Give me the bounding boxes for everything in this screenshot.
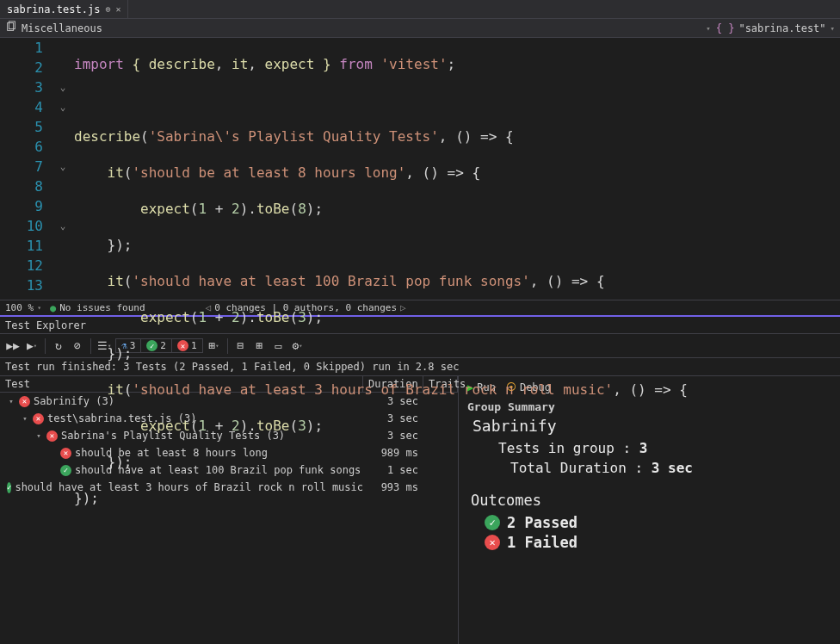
zoom-level[interactable]: 100 %▾ <box>5 302 41 313</box>
file-tab[interactable]: sabrina.test.js ⊕ ✕ <box>0 0 128 18</box>
code-lines[interactable]: import { describe, it, expect } from 'vi… <box>74 38 840 300</box>
run-button[interactable]: ▶▾ <box>24 338 40 354</box>
breadcrumb-bar: Miscellaneous ▾ { } "sabrina.test" ▾ <box>0 19 840 38</box>
run-all-button[interactable]: ▶▶ <box>5 338 21 354</box>
repeat-button[interactable]: ↻ <box>51 338 66 354</box>
copy-icon[interactable] <box>5 21 17 35</box>
braces-icon: { } <box>716 22 735 34</box>
pin-icon[interactable]: ⊕ <box>105 4 110 14</box>
file-tabbar: sabrina.test.js ⊕ ✕ <box>0 0 840 19</box>
code-editor[interactable]: 12345678910111213 ⌄⌄⌄⌄ import { describe… <box>0 38 840 300</box>
breadcrumb-misc[interactable]: Miscellaneous <box>22 22 102 34</box>
fold-gutter[interactable]: ⌄⌄⌄⌄ <box>52 38 74 300</box>
file-tab-label: sabrina.test.js <box>7 3 100 15</box>
close-icon[interactable]: ✕ <box>115 4 120 14</box>
breadcrumb-scope[interactable]: "sabrina.test" <box>738 22 825 34</box>
dropdown-icon[interactable]: ▾ <box>831 24 835 33</box>
line-number-gutter: 12345678910111213 <box>0 38 52 300</box>
dropdown-icon[interactable]: ▾ <box>706 24 710 33</box>
